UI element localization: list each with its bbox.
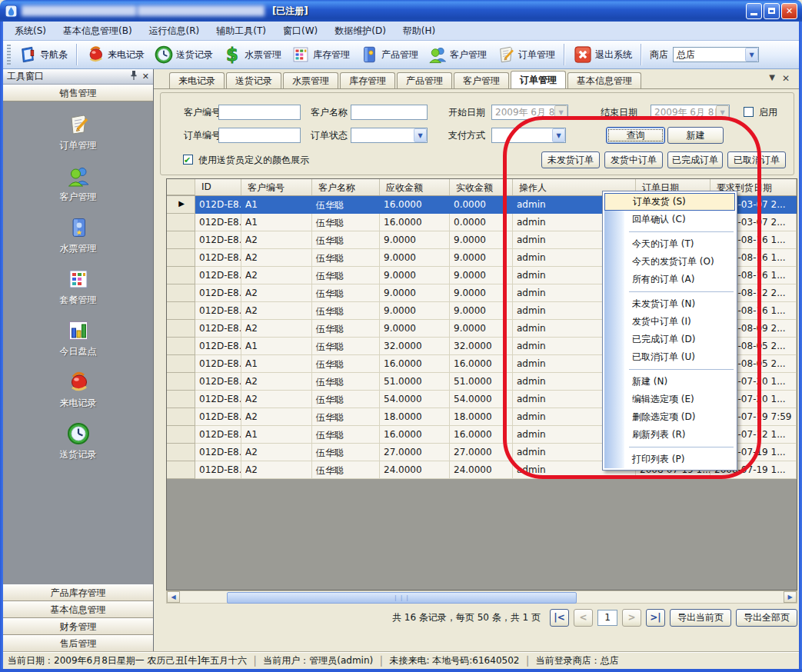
sidebar-item-delivery-log[interactable]: 送货记录 [32,421,125,461]
sidebar-item-today-check[interactable]: 今日盘点 [32,318,125,358]
scroll-left-icon[interactable]: ◀ [167,591,180,603]
context-menu-item[interactable]: 已取消订单 (U) [604,348,735,366]
menubar-item-6[interactable]: 帮助(H) [394,22,444,40]
row-selector[interactable] [167,249,195,267]
customer-name-input[interactable] [351,105,428,120]
filter-completed-button[interactable]: 已完成订单 [667,151,723,168]
context-menu-item[interactable]: 所有的订单 (A) [604,271,735,288]
maximize-button[interactable] [764,3,780,19]
sidebar-item-order[interactable]: 订单管理 [32,112,125,152]
chevron-down-icon[interactable]: ▼ [552,128,565,142]
menubar-item-0[interactable]: 系统(S) [6,22,55,40]
row-selector[interactable] [167,231,195,249]
sidebar-item-incoming-calls[interactable]: 来电记录 [32,370,125,410]
sidebar-group-sales[interactable]: 销售管理 [3,85,153,101]
menubar-item-2[interactable]: 运行信息(R) [141,22,208,40]
tab-4[interactable]: 产品管理 [397,72,452,88]
tab-list-dropdown-icon[interactable]: ▼ [767,73,777,82]
row-selector[interactable] [167,214,195,231]
column-header-1[interactable]: 客户编号 [241,179,312,195]
menubar-item-1[interactable]: 基本信息管理(B) [55,22,141,40]
context-menu-item[interactable]: 订单发货 (S) [604,193,735,211]
sidebar-group-button-3[interactable]: 售后管理 [3,635,153,652]
row-selector[interactable] [167,444,195,461]
tab-3[interactable]: 库存管理 [340,72,395,88]
tab-close-icon[interactable]: ✕ [780,73,791,84]
context-menu-item[interactable]: 删除选定项 (D) [604,408,735,426]
filter-shipping-button[interactable]: 发货中订单 [604,151,663,168]
context-menu-item[interactable]: 刷新列表 (R) [604,426,735,444]
row-selector[interactable] [167,284,195,302]
column-header-3[interactable]: 应收金额 [380,179,450,195]
chevron-down-icon[interactable]: ▼ [414,128,427,142]
enable-date-checkbox[interactable] [744,107,754,117]
toolbar-grip[interactable] [7,45,11,65]
row-selector[interactable] [167,461,195,479]
toolbar-button-order[interactable]: 订单管理 [491,42,560,67]
tab-1[interactable]: 送货记录 [226,72,281,88]
query-button[interactable]: 查询 [606,127,665,144]
context-menu-item[interactable]: 今天的发货订单 (O) [604,253,735,271]
export-current-page-button[interactable]: 导出当前页 [670,609,731,627]
filter-unshipped-button[interactable]: 未发货订单 [541,151,600,168]
context-menu-item[interactable]: 今天的订单 (T) [604,235,735,253]
sidebar-item-customer[interactable]: 客户管理 [32,164,125,204]
context-menu-item[interactable]: 已完成订单 (D) [604,331,735,348]
pin-icon[interactable] [130,71,138,82]
sidebar-group-button-2[interactable]: 财务管理 [3,618,153,635]
row-selector[interactable] [167,338,195,355]
context-menu-item[interactable]: 发货中订单 (I) [604,313,735,331]
start-date-picker[interactable]: 2009年 6月 8日▼ [491,105,568,120]
end-date-picker[interactable]: 2009年 6月 8日▼ [651,105,730,120]
row-selector[interactable] [167,302,195,320]
column-header-0[interactable]: ID [195,179,241,195]
column-header-4[interactable]: 实收金额 [450,179,513,195]
toolbar-button-customer[interactable]: 客户管理 [423,42,491,67]
context-menu-item[interactable]: 未发货订单 (N) [604,295,735,313]
toolbar-button-inventory[interactable]: 库存管理 [286,42,354,67]
next-page-button[interactable]: > [622,609,641,627]
toolbar-button-delivery-log[interactable]: 送货记录 [149,42,218,67]
first-page-button[interactable]: |< [550,609,569,627]
export-all-pages-button[interactable]: 导出全部页 [736,609,797,627]
minimize-button[interactable] [746,3,762,19]
column-header-2[interactable]: 客户名称 [312,179,380,195]
pay-method-combobox[interactable]: ▼ [491,128,566,143]
row-selector[interactable] [167,408,195,426]
tab-6[interactable]: 订单管理 [511,71,566,88]
tab-7[interactable]: 基本信息管理 [567,72,641,88]
sidebar-group-button-1[interactable]: 基本信息管理 [3,601,153,618]
scrollbar-thumb[interactable]: ❘❘❘ [227,592,577,604]
toolbar-button-product[interactable]: 产品管理 [354,42,423,67]
horizontal-scrollbar[interactable]: ◀ ❘❘❘ ▶ [166,590,797,604]
context-menu-item[interactable]: 回单确认 (C) [604,211,735,228]
menubar-item-5[interactable]: 数据维护(D) [326,22,394,40]
tab-0[interactable]: 来电记录 [169,72,225,88]
chevron-down-icon[interactable]: ▼ [745,48,758,62]
filter-cancelled-button[interactable]: 已取消订单 [727,151,786,168]
context-menu-item[interactable]: 打印列表 (P) [604,451,735,468]
tab-2[interactable]: 水票管理 [283,72,338,88]
menubar-item-3[interactable]: 辅助工具(T) [208,22,275,40]
sidebar-group-button-0[interactable]: 产品库存管理 [3,584,153,601]
row-selector[interactable] [167,373,195,391]
toolbar-button-exit[interactable]: 退出系统 [568,42,637,67]
sidebar-item-water-ticket[interactable]: 水票管理 [32,215,125,255]
page-number-input[interactable]: 1 [597,610,617,626]
scroll-right-icon[interactable]: ▶ [784,591,797,603]
prev-page-button[interactable]: < [574,609,593,627]
customer-no-input[interactable] [218,105,301,120]
toolbar-button-water-ticket[interactable]: $水票管理 [218,42,286,67]
order-status-combobox[interactable]: ▼ [351,128,428,143]
row-selector[interactable]: ▶ [167,196,195,214]
row-selector[interactable] [167,391,195,408]
order-no-input[interactable] [218,128,301,143]
new-button[interactable]: 新建 [667,127,724,144]
row-selector[interactable] [167,320,195,338]
close-button[interactable]: ✕ [781,3,797,19]
context-menu-item[interactable]: 编辑选定项 (E) [604,391,735,408]
row-selector[interactable] [167,355,195,373]
sidebar-item-package[interactable]: 套餐管理 [32,267,125,307]
tab-5[interactable]: 客户管理 [454,72,509,88]
row-selector[interactable] [167,426,195,444]
